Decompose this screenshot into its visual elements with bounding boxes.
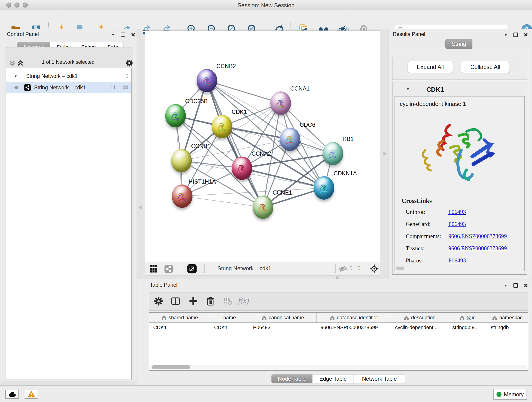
results-panel-title: Results Panel <box>393 31 425 37</box>
delete-table-icon <box>223 296 233 306</box>
expand-all-button[interactable]: Expand All <box>408 61 453 73</box>
close-panel-icon[interactable] <box>131 33 135 37</box>
edge-count: 48 <box>122 85 128 91</box>
column-header-database-identifier[interactable]: database identifier <box>317 313 391 322</box>
protein-structure-thumb <box>169 110 182 122</box>
column-header-canonical-name[interactable]: canonical name <box>249 313 317 322</box>
crosslink-value-link[interactable]: P06493 <box>448 209 466 215</box>
column-type-icon <box>330 315 335 320</box>
crosslink-value-link[interactable]: 9606.ENSP00000378699 <box>448 245 507 252</box>
network-node-RB1[interactable] <box>323 142 343 165</box>
collapse-row-icon[interactable]: ▼ <box>14 75 17 78</box>
network-node-CCNA1[interactable] <box>270 91 291 115</box>
splitter-handle[interactable] <box>139 206 142 209</box>
network-collection-row[interactable]: ▼ String Network – cdk1 1 <box>6 70 131 82</box>
crosslink-label: Pharos: <box>406 257 423 264</box>
node-description: cyclin-dependent kinase 1 <box>400 101 466 107</box>
network-node-CCNA2[interactable] <box>232 157 252 180</box>
network-view-title: String Network – cdk1 <box>217 265 271 272</box>
network-edge[interactable] <box>207 81 263 207</box>
table-hscrollbar-thumb[interactable] <box>152 365 190 369</box>
protein-structure-image <box>413 113 505 200</box>
memory-button[interactable]: Memory <box>493 389 527 400</box>
close-panel-icon[interactable] <box>524 283 528 287</box>
tab-network-table[interactable]: Network Table <box>354 374 405 383</box>
network-node-CDKN1A[interactable] <box>314 176 334 200</box>
float-panel-icon[interactable]: ▼ <box>504 284 507 287</box>
network-edge[interactable] <box>207 81 281 103</box>
tab-node-table[interactable]: Node Table <box>271 374 312 383</box>
node-label: CCNA1 <box>290 85 310 92</box>
protein-structure-thumb <box>318 182 330 195</box>
undock-panel-icon[interactable] <box>121 32 125 37</box>
column-header-description[interactable]: description <box>391 313 449 322</box>
network-node-CDC6[interactable] <box>280 128 300 151</box>
warning-status-button[interactable] <box>25 390 38 399</box>
network-edge[interactable] <box>242 168 324 188</box>
node-label: CDC6 <box>300 121 315 128</box>
network-node-CDC25B[interactable] <box>165 104 186 128</box>
memory-label: Memory <box>504 391 524 398</box>
column-type-icon <box>460 315 465 320</box>
close-panel-icon[interactable] <box>524 33 528 37</box>
grid-view-icon[interactable] <box>150 265 157 273</box>
control-panel-title: Control Panel <box>7 31 39 37</box>
cloud-icon <box>8 391 16 397</box>
crosslink-value-link[interactable]: P06493 <box>448 221 466 227</box>
network-node-HIST1H1A[interactable] <box>172 185 192 208</box>
network-node-CCNB1[interactable] <box>171 149 192 172</box>
table-hscrollbar[interactable] <box>150 365 527 370</box>
status-bar: Memory <box>0 385 532 402</box>
table-row[interactable]: CDK1CDK1P064939606.ENSP00000378699cyclin… <box>149 322 528 332</box>
crosslink-value-link[interactable]: P06493 <box>448 257 466 264</box>
network-canvas[interactable]: CCNB2CCNA1CDC25BCDK1CDC6RB1CCNB1CCNA2CDK… <box>145 31 380 262</box>
undock-panel-icon[interactable] <box>513 283 518 288</box>
results-scrollbar[interactable] <box>396 267 404 270</box>
hidden-count: 0 - 0 <box>349 265 360 272</box>
tab-string[interactable]: String <box>445 39 472 49</box>
table-cell[interactable]: stringdb <box>487 322 528 332</box>
table-cell[interactable]: 9606.ENSP00000378699 <box>317 322 391 332</box>
share-network-icon[interactable] <box>164 264 173 273</box>
column-header-label: database identifier <box>337 315 378 321</box>
delete-column-icon[interactable] <box>205 296 215 306</box>
hidden-eye-icon <box>339 265 348 273</box>
table-settings-gear-icon[interactable] <box>153 296 164 306</box>
add-column-icon[interactable] <box>188 296 198 306</box>
gear-icon[interactable] <box>125 59 133 67</box>
column-header-shared-name[interactable]: shared name <box>149 313 210 322</box>
float-panel-icon[interactable]: ▼ <box>111 33 115 36</box>
show-columns-icon[interactable] <box>171 296 181 306</box>
column-header--id[interactable]: @id <box>448 313 487 322</box>
cloud-status-button[interactable] <box>5 390 19 399</box>
table-cell[interactable]: CDK1 <box>149 322 210 332</box>
node-label: RB1 <box>342 136 354 142</box>
float-panel-icon[interactable]: ▼ <box>504 33 507 36</box>
birdseye-icon[interactable] <box>369 264 379 274</box>
network-row-selected[interactable]: String Network – cdk1 11 48 <box>6 82 131 93</box>
results-panel-window-buttons: ▼ <box>504 32 528 37</box>
node-count: 11 <box>110 85 116 91</box>
crosslink-value-link[interactable]: 9606.ENSP00000378699 <box>448 233 507 240</box>
network-edge[interactable] <box>182 196 263 207</box>
protein-structure-thumb <box>216 121 228 133</box>
network-node-CDK1[interactable] <box>212 115 232 138</box>
table-cell[interactable]: cyclin-dependent ... <box>391 322 449 332</box>
column-header-name[interactable]: name <box>210 313 249 322</box>
column-header-namespac[interactable]: namespac <box>487 313 528 322</box>
collection-label: String Network – cdk1 <box>26 73 78 79</box>
column-header-label: namespac <box>499 315 523 321</box>
collection-count: 1 <box>126 73 128 79</box>
splitter-handle[interactable] <box>383 152 386 155</box>
tab-edge-table[interactable]: Edge Table <box>312 374 354 383</box>
crosslink-label: Uniprot: <box>406 209 425 215</box>
table-cell[interactable]: CDK1 <box>210 322 249 332</box>
collapse-all-button[interactable]: Collapse All <box>461 61 510 73</box>
network-node-CCNE1[interactable] <box>253 196 273 219</box>
table-cell[interactable]: P06493 <box>249 322 317 332</box>
undock-panel-icon[interactable] <box>513 32 518 37</box>
table-cell[interactable]: stringdb:9... <box>448 322 487 332</box>
collapse-section-icon[interactable]: ▼ <box>406 87 410 91</box>
open-in-new-icon[interactable] <box>187 264 197 274</box>
network-node-CCNB2[interactable] <box>196 69 217 92</box>
